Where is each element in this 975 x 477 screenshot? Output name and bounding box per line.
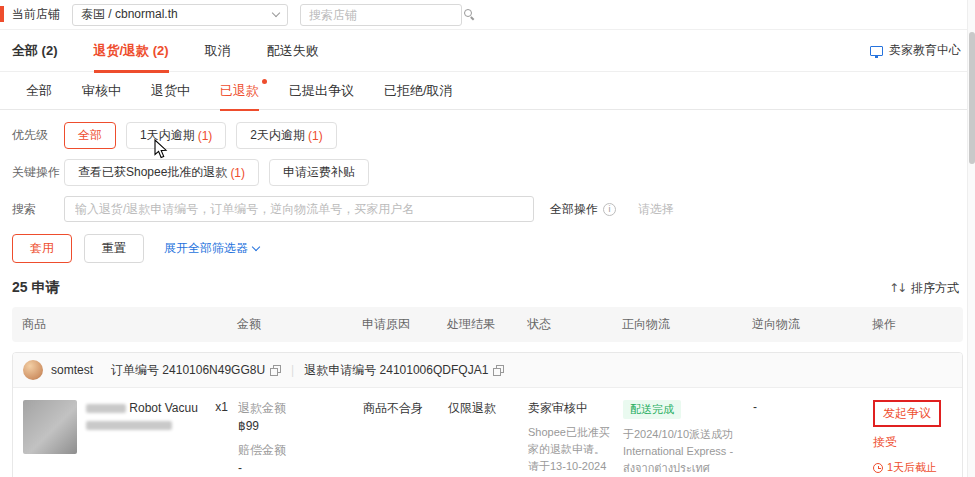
reverse-logistics-cell: - [753,400,873,477]
actions-cell: 发起争议 接受 1天后截止 [873,400,952,477]
operation-label: 全部操作 [550,201,598,218]
col-reverse-logistics: 逆向物流 [752,316,872,333]
expand-filters-link[interactable]: 展开全部筛选器 [164,240,259,257]
sort-control[interactable]: ↑↓ 排序方式 [889,280,959,297]
key-action-pill-approved-refunds[interactable]: 查看已获Shopee批准的退款 (1) [64,159,259,186]
scrollbar-thumb[interactable] [969,32,975,164]
priority-pill-overdue-2d[interactable]: 2天内逾期 (1) [236,122,336,149]
refund-search-input[interactable] [64,196,534,222]
col-amount: 金额 [237,316,362,333]
col-result: 处理结果 [447,316,527,333]
product-cell: Robot Vacuu x1 [23,400,238,477]
sidebar-accent [0,6,4,22]
deadline: 1天后截止 [873,460,942,475]
priority-pill-overdue-1d[interactable]: 1天内逾期 (1) [126,122,226,149]
order-number-label: 订单编号 [111,362,159,379]
pill-label: 申请运费补贴 [283,164,355,181]
col-status: 状态 [527,316,622,333]
search-icon [464,9,475,20]
refund-request-number: 退款申请编号 24101006QDFQJA1 [304,362,504,379]
subtab-disputed[interactable]: 已提出争议 [289,72,354,110]
status-cell: 卖家审核中 Shopee已批准买家的退款申请。请于13-10-2024前对该决定… [528,400,623,477]
key-action-label: 关键操作 [12,164,64,181]
store-search-input[interactable] [309,8,464,22]
tab-all[interactable]: 全部 (2) [12,30,58,72]
tab-return-refund[interactable]: 退货/退款 (2) [94,30,169,72]
subtab-all[interactable]: 全部 [26,72,52,110]
result-cell: 仅限退款 [448,400,528,477]
redacted-text [86,404,126,413]
refund-amount-value: ฿99 [238,419,353,433]
operation-label-wrap: 全部操作 i [550,201,616,218]
chevron-down-icon [252,243,260,251]
divider: | [291,363,294,377]
order-card-header: somtest 订单编号 2410106N49GG8U | 退款申请编号 241… [13,353,962,388]
delivery-status-badge: 配送完成 [623,400,681,419]
reason-cell: 商品不合身 [363,400,448,477]
compensation-label: 赔偿金额 [238,442,353,459]
seller-education-link[interactable]: 卖家教育中心 [870,42,961,59]
filter-buttons-row: 套用 重置 展开全部筛选器 [12,234,963,263]
table-header: 商品 金额 申请原因 处理结果 状态 正向物流 逆向物流 操作 [12,307,963,342]
reset-button[interactable]: 重置 [84,234,144,263]
store-search[interactable] [300,4,462,26]
amount-cell: 退款金额 ฿99 赔偿金额 - [238,400,363,477]
key-action-row: 关键操作 查看已获Shopee批准的退款 (1) 申请运费补贴 [12,159,963,186]
topbar: 当前店铺 泰国 / cbnormal.th [0,0,975,30]
store-selector-value: 泰国 / cbnormal.th [81,6,178,23]
avatar [23,360,43,380]
product-info: Robot Vacuu [86,400,204,477]
pill-label: 1天内逾期 [140,127,195,144]
filter-panel: 优先级 全部 1天内逾期 (1) 2天内逾期 (1) 关键操作 查看已获Shop… [0,110,975,263]
clock-icon [873,463,883,473]
sort-icon: ↑↓ [889,281,905,295]
copy-icon[interactable] [270,365,281,376]
priority-pill-all[interactable]: 全部 [64,122,116,149]
order-card-body: Robot Vacuu x1 退款金额 ฿99 赔偿金额 - 商品不合身 仅限退… [13,388,962,477]
col-reason: 申请原因 [362,316,447,333]
application-count: 25 申请 [12,279,59,297]
sort-label: 排序方式 [911,280,959,297]
col-product: 商品 [22,316,237,333]
pill-label: 查看已获Shopee批准的退款 [78,164,227,181]
deadline-text: 1天后截止 [887,460,937,475]
forward-logistics-description: 于2024/10/10派送成功 International Express - … [623,426,743,477]
summary-row: 25 申请 ↑↓ 排序方式 [0,267,975,307]
compensation-value: - [238,461,353,475]
subtab-refunded[interactable]: 已退款 [220,72,259,110]
apply-button[interactable]: 套用 [12,234,72,263]
raise-dispute-button[interactable]: 发起争议 [883,405,931,422]
info-icon[interactable]: i [603,203,616,216]
col-forward-logistics: 正向物流 [622,316,752,333]
product-image [23,400,77,454]
product-name-text: Robot Vacuu [129,401,198,415]
refund-amount-label: 退款金额 [238,400,353,417]
priority-label: 优先级 [12,127,64,144]
priority-row: 优先级 全部 1天内逾期 (1) 2天内逾期 (1) [12,122,963,149]
accept-button[interactable]: 接受 [873,434,942,451]
operation-select[interactable]: 请选择 [638,201,674,218]
current-store-label: 当前店铺 [12,6,60,23]
order-card: somtest 订单编号 2410106N49GG8U | 退款申请编号 241… [12,352,963,477]
pill-label: 2天内逾期 [250,127,305,144]
notification-dot [262,79,267,84]
copy-icon[interactable] [493,365,504,376]
pill-count: (1) [308,129,323,143]
subtab-returning[interactable]: 退货中 [151,72,190,110]
pill-count: (1) [230,166,245,180]
store-selector[interactable]: 泰国 / cbnormal.th [72,4,288,26]
tab-cancel[interactable]: 取消 [205,30,231,72]
main-tabs: 全部 (2) 退货/退款 (2) 取消 配送失败 卖家教育中心 [0,30,975,72]
key-action-pill-shipping-subsidy[interactable]: 申请运费补贴 [269,159,369,186]
tab-delivery-failed[interactable]: 配送失败 [267,30,319,72]
buyer-username: somtest [51,363,93,377]
seller-education-label: 卖家教育中心 [889,42,961,59]
status-description: Shopee已批准买家的退款申请。请于13-10-2024前对该决定做出回应 [528,424,613,477]
col-actions: 操作 [872,316,953,333]
vertical-scrollbar [967,0,975,477]
subtab-rejected[interactable]: 已拒绝/取消 [384,72,453,110]
product-qty: x1 [215,400,228,477]
subtab-reviewing[interactable]: 审核中 [82,72,121,110]
redacted-text [86,421,172,430]
refund-number-value: 24101006QDFQJA1 [380,363,489,377]
